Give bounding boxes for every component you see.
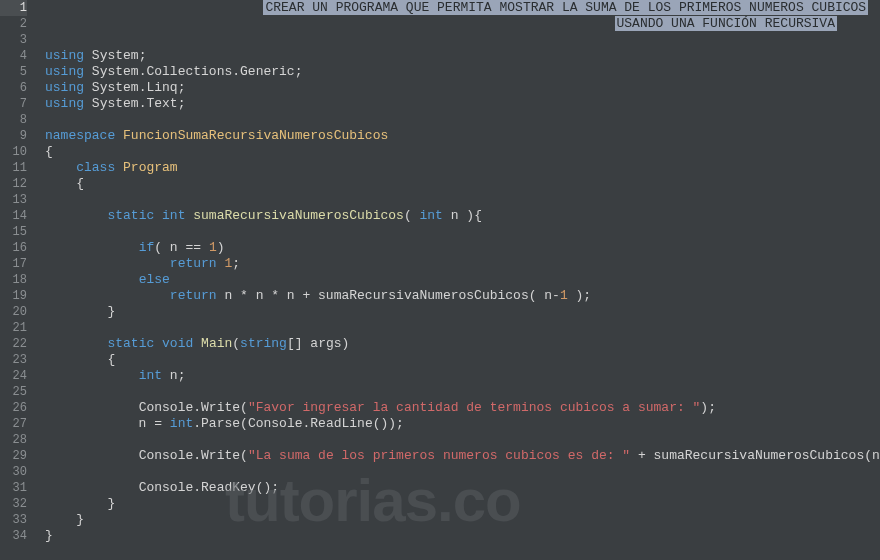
line-number: 29 — [0, 448, 27, 464]
code-line[interactable] — [45, 464, 880, 480]
code-line[interactable]: else — [45, 272, 880, 288]
code-line[interactable]: } — [45, 496, 880, 512]
code-line[interactable]: return n * n * n + sumaRecursivaNumerosC… — [45, 288, 880, 304]
line-number: 26 — [0, 400, 27, 416]
line-number: 10 — [0, 144, 27, 160]
code-line[interactable]: return 1; — [45, 256, 880, 272]
code-line[interactable] — [45, 384, 880, 400]
line-number: 4 — [0, 48, 27, 64]
code-line[interactable]: if( n == 1) — [45, 240, 880, 256]
line-number: 13 — [0, 192, 27, 208]
line-number: 19 — [0, 288, 27, 304]
code-line[interactable] — [45, 224, 880, 240]
code-line[interactable] — [45, 192, 880, 208]
line-number: 28 — [0, 432, 27, 448]
line-number: 8 — [0, 112, 27, 128]
code-line[interactable]: namespace FuncionSumaRecursivaNumerosCub… — [45, 128, 880, 144]
line-number: 34 — [0, 528, 27, 544]
line-number: 9 — [0, 128, 27, 144]
line-gutter: 1 2 3 4 5 6 7 8 9 10 11 12 13 14 15 16 1… — [0, 0, 35, 560]
code-line[interactable]: int n; — [45, 368, 880, 384]
line-number: 20 — [0, 304, 27, 320]
code-line[interactable]: Console.Write("Favor ingresar la cantida… — [45, 400, 880, 416]
line-number: 32 — [0, 496, 27, 512]
code-line[interactable]: CREAR UN PROGRAMA QUE PERMITA MOSTRAR LA… — [45, 0, 880, 16]
code-line[interactable]: } — [45, 528, 880, 544]
line-number: 2 — [0, 16, 27, 32]
code-editor[interactable]: 1 2 3 4 5 6 7 8 9 10 11 12 13 14 15 16 1… — [0, 0, 880, 560]
line-number: 3 — [0, 32, 27, 48]
code-line[interactable]: n = int.Parse(Console.ReadLine()); — [45, 416, 880, 432]
line-number: 7 — [0, 96, 27, 112]
line-number: 16 — [0, 240, 27, 256]
code-line[interactable]: { — [45, 176, 880, 192]
line-number: 24 — [0, 368, 27, 384]
code-line[interactable]: class Program — [45, 160, 880, 176]
line-number: 5 — [0, 64, 27, 80]
code-line[interactable] — [45, 432, 880, 448]
line-number: 33 — [0, 512, 27, 528]
code-line[interactable]: } — [45, 304, 880, 320]
selected-text: CREAR UN PROGRAMA QUE PERMITA MOSTRAR LA… — [263, 0, 868, 15]
code-line[interactable] — [45, 320, 880, 336]
code-content[interactable]: CREAR UN PROGRAMA QUE PERMITA MOSTRAR LA… — [35, 0, 880, 560]
code-line[interactable]: using System.Linq; — [45, 80, 880, 96]
code-line[interactable]: using System.Text; — [45, 96, 880, 112]
line-number: 14 — [0, 208, 27, 224]
line-number: 18 — [0, 272, 27, 288]
code-line[interactable]: static void Main(string[] args) — [45, 336, 880, 352]
code-line[interactable] — [45, 112, 880, 128]
code-line[interactable]: USANDO UNA FUNCIÓN RECURSIVA — [45, 16, 880, 32]
line-number: 22 — [0, 336, 27, 352]
code-line[interactable] — [45, 32, 880, 48]
code-line[interactable]: using System.Collections.Generic; — [45, 64, 880, 80]
line-number: 15 — [0, 224, 27, 240]
code-line[interactable]: static int sumaRecursivaNumerosCubicos( … — [45, 208, 880, 224]
code-line[interactable]: { — [45, 352, 880, 368]
code-line[interactable]: } — [45, 512, 880, 528]
selected-text: USANDO UNA FUNCIÓN RECURSIVA — [615, 16, 837, 31]
line-number: 17 — [0, 256, 27, 272]
code-line[interactable]: Console.ReadKey(); — [45, 480, 880, 496]
line-number: 30 — [0, 464, 27, 480]
line-number: 27 — [0, 416, 27, 432]
line-number: 23 — [0, 352, 27, 368]
line-number: 31 — [0, 480, 27, 496]
line-number: 1 — [0, 0, 27, 16]
line-number: 25 — [0, 384, 27, 400]
code-line[interactable]: using System; — [45, 48, 880, 64]
code-line[interactable]: { — [45, 144, 880, 160]
line-number: 6 — [0, 80, 27, 96]
code-line[interactable]: Console.Write("La suma de los primeros n… — [45, 448, 880, 464]
line-number: 21 — [0, 320, 27, 336]
line-number: 11 — [0, 160, 27, 176]
line-number: 12 — [0, 176, 27, 192]
